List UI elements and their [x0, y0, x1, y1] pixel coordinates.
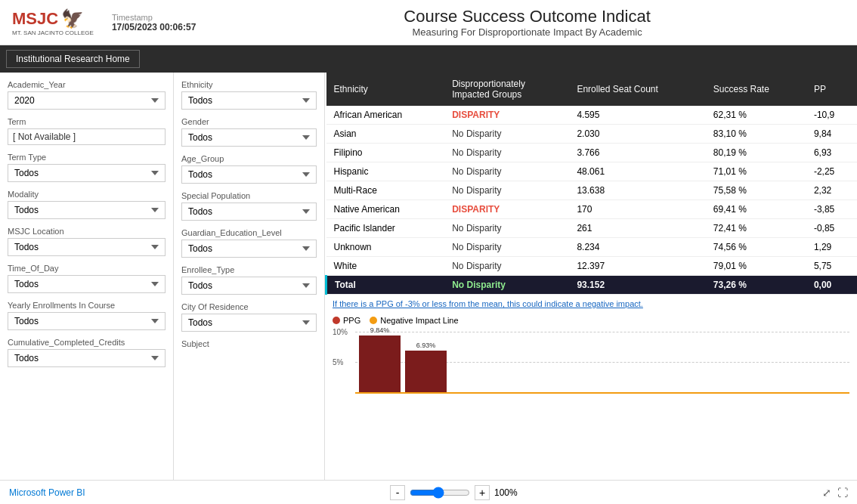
cell-impact: No Disparity	[444, 238, 569, 257]
left-filter-panel: Academic_Year2020Term[ Not Available ]Te…	[0, 73, 174, 480]
bar-label: 6.93%	[416, 342, 436, 349]
mid-filter-select[interactable]: Todos	[181, 240, 317, 258]
filter-group-cumulative-completed-credits: Cumulative_Completed_CreditsTodos	[8, 338, 166, 367]
cell-pp: -3,85	[806, 200, 857, 219]
mid-filter-label: Age_Group	[181, 154, 317, 163]
expand-icon[interactable]: ⤢	[822, 487, 831, 499]
cell-pp: 6,93	[806, 144, 857, 162]
zoom-minus-btn[interactable]: -	[390, 485, 405, 500]
table-row: UnknownNo Disparity8.23474,56 %1,29	[326, 238, 858, 257]
powerbi-link[interactable]: Microsoft Power BI	[9, 487, 85, 498]
cell-seat-count: 3.766	[569, 144, 705, 162]
zoom-plus-btn[interactable]: +	[475, 485, 490, 500]
filter-select[interactable]: Todos	[8, 164, 166, 182]
total-label: Total	[326, 276, 445, 295]
cell-ethnicity: Multi-Race	[326, 181, 445, 200]
cell-impact: No Disparity	[444, 162, 569, 181]
timestamp-area: Timestamp 17/05/2023 00:06:57	[112, 13, 196, 32]
cell-success-rate: 83,10 %	[706, 125, 806, 144]
sub-title: Measuring For Disproportionate Impact By…	[404, 26, 650, 38]
filter-select[interactable]: Todos	[8, 275, 166, 293]
main-title: Course Success Outcome Indicat	[404, 7, 650, 26]
cell-pp: 9,84	[806, 125, 857, 144]
filter-select[interactable]: Todos	[8, 201, 166, 219]
cell-seat-count: 170	[569, 200, 705, 219]
filter-label: Cumulative_Completed_Credits	[8, 338, 166, 347]
ppg-legend-item: PPG	[333, 316, 360, 325]
home-button[interactable]: Institutional Research Home	[6, 50, 140, 68]
cell-success-rate: 62,31 %	[706, 106, 806, 125]
nil-label: Negative Impact Line	[380, 316, 458, 325]
col-ethnicity: Ethnicity	[326, 73, 445, 106]
cell-impact: DISPARITY	[444, 200, 569, 219]
table-row: Pacific IslanderNo Disparity26172,41 %-0…	[326, 219, 858, 238]
filter-group-msjc-location: MSJC LocationTodos	[8, 227, 166, 256]
mid-filter-panel: EthnicityTodosGenderTodosAge_GroupTodosS…	[174, 73, 325, 480]
filter-group-yearly-enrollments-in-course: Yearly Enrollments In CourseTodos	[8, 301, 166, 330]
cell-success-rate: 79,01 %	[706, 257, 806, 276]
filter-select[interactable]: Todos	[8, 349, 166, 367]
mid-filter-group-age-group: Age_GroupTodos	[181, 154, 317, 184]
mid-filter-select[interactable]: Todos	[181, 165, 317, 184]
filter-select[interactable]: 2020	[8, 91, 166, 110]
cell-success-rate: 74,56 %	[706, 238, 806, 257]
right-content-panel: Ethnicity DisproportionatelyImpacted Gro…	[325, 73, 857, 480]
cell-impact: No Disparity	[444, 144, 569, 162]
cell-success-rate: 69,41 %	[706, 200, 806, 219]
cell-seat-count: 261	[569, 219, 705, 238]
total-success-rate: 73,26 %	[706, 276, 806, 295]
bottom-bar: Microsoft Power BI - + 100% ⤢ ⛶	[0, 480, 857, 504]
chart-y-label-10: 10%	[333, 328, 348, 336]
table-header-row: Ethnicity DisproportionatelyImpacted Gro…	[326, 73, 858, 106]
mid-filter-select[interactable]: Todos	[181, 314, 317, 332]
nil-dot	[370, 317, 377, 324]
data-table: Ethnicity DisproportionatelyImpacted Gro…	[325, 73, 857, 295]
filter-select[interactable]: Todos	[8, 312, 166, 330]
note-text[interactable]: If there is a PPG of -3% or less from th…	[325, 295, 857, 313]
cell-pp: -10,9	[806, 106, 857, 125]
filter-label: Academic_Year	[8, 80, 166, 89]
cell-seat-count: 12.397	[569, 257, 705, 276]
cell-ethnicity: Asian	[326, 125, 445, 144]
cell-pp: 2,32	[806, 181, 857, 200]
mid-filter-select[interactable]: Todos	[181, 128, 317, 147]
ppg-dot	[333, 317, 340, 324]
cell-pp: -2,25	[806, 162, 857, 181]
nil-legend-item: Negative Impact Line	[370, 316, 458, 325]
filter-label: MSJC Location	[8, 227, 166, 236]
filter-group-academic-year: Academic_Year2020	[8, 80, 166, 110]
filter-label: Term	[8, 117, 166, 126]
mid-filter-select[interactable]: Todos	[181, 91, 317, 110]
cell-seat-count: 48.061	[569, 162, 705, 181]
filter-label: Modality	[8, 190, 166, 199]
timestamp-label: Timestamp	[112, 13, 196, 22]
bar-label: 9.84%	[370, 326, 390, 334]
logo-msjc: MSJC	[12, 9, 58, 28]
cell-seat-count: 2.030	[569, 125, 705, 144]
table-row: Native AmericanDISPARITY17069,41 %-3,85	[326, 200, 858, 219]
col-pp: PP	[806, 73, 857, 106]
chart-bar	[405, 351, 447, 392]
chart-legend: PPG Negative Impact Line	[325, 313, 857, 328]
filter-group-term-type: Term TypeTodos	[8, 153, 166, 182]
filter-bracket-value[interactable]: [ Not Available ]	[8, 128, 166, 145]
mid-filters-container: EthnicityTodosGenderTodosAge_GroupTodosS…	[181, 80, 317, 348]
logo: MSJC 🦅 MT. SAN JACINTO COLLEGE	[12, 8, 94, 37]
mid-filter-group-enrollee-type: Enrollee_TypeTodos	[181, 265, 317, 295]
cell-pp: 5,75	[806, 257, 857, 276]
cell-success-rate: 80,19 %	[706, 144, 806, 162]
fullscreen-icon[interactable]: ⛶	[837, 487, 848, 499]
zoom-slider[interactable]	[410, 487, 470, 499]
filter-label: Time_Of_Day	[8, 264, 166, 273]
mid-filter-select[interactable]: Todos	[181, 203, 317, 221]
filter-group-modality: ModalityTodos	[8, 190, 166, 219]
table-body: African AmericanDISPARITY4.59562,31 %-10…	[326, 106, 858, 295]
filter-label: Yearly Enrollments In Course	[8, 301, 166, 310]
total-impact: No Disparity	[444, 276, 569, 295]
mid-filter-select[interactable]: Todos	[181, 277, 317, 295]
col-seat-count: Enrolled Seat Count	[569, 73, 705, 106]
zoom-controls: - + 100%	[390, 485, 518, 500]
filter-select[interactable]: Todos	[8, 238, 166, 256]
table-row: HispanicNo Disparity48.06171,01 %-2,25	[326, 162, 858, 181]
bar-chart: 9.84%6.93%	[359, 326, 447, 392]
